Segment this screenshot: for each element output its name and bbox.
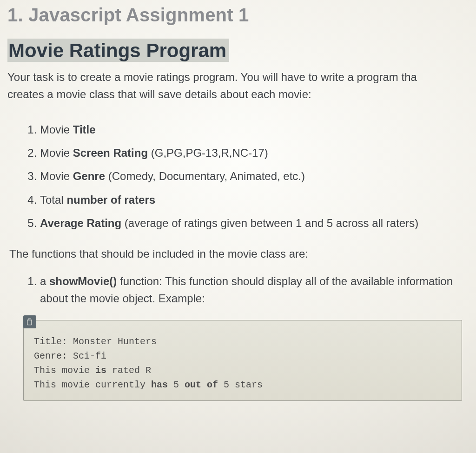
list-item: Movie Genre (Comedy, Documentary, Animat…	[40, 165, 476, 188]
intro-line-1: Your task is to create a movie ratings p…	[7, 71, 417, 83]
clipboard-icon	[23, 315, 36, 328]
list-item: Average Rating (average of ratings given…	[40, 212, 476, 235]
list-item: Movie Title	[40, 118, 476, 141]
intro-line-2: creates a movie class that will save det…	[7, 88, 311, 100]
functions-intro: The functions that should be included in…	[9, 247, 476, 260]
list-item: Total number of raters	[40, 188, 476, 212]
section-number-title: 1. Javascript Assignment 1	[7, 5, 476, 26]
list-item: a showMovie() function: This function sh…	[40, 273, 476, 307]
page-title: Movie Ratings Program	[7, 39, 229, 62]
intro-paragraph: Your task is to create a movie ratings p…	[7, 68, 476, 103]
code-example: Title: Monster Hunters Genre: Sci-fi Thi…	[23, 320, 462, 401]
properties-list: Movie Title Movie Screen Rating (G,PG,PG…	[7, 118, 476, 235]
list-item: Movie Screen Rating (G,PG,PG-13,R,NC-17)	[40, 141, 476, 165]
code-block: Title: Monster Hunters Genre: Sci-fi Thi…	[23, 320, 462, 401]
functions-list: a showMovie() function: This function sh…	[7, 273, 476, 307]
